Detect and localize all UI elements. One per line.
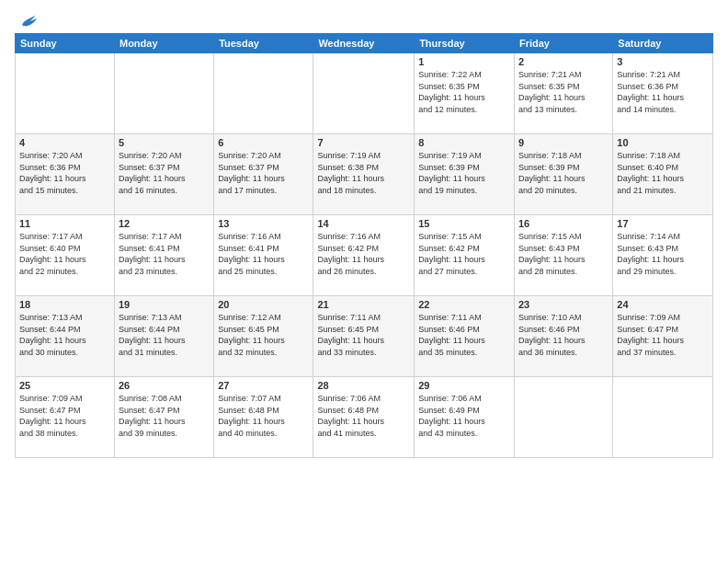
- day-info: Sunrise: 7:11 AM Sunset: 6:45 PM Dayligh…: [317, 312, 410, 358]
- day-info: Sunrise: 7:09 AM Sunset: 6:47 PM Dayligh…: [617, 312, 709, 358]
- day-info: Sunrise: 7:10 AM Sunset: 6:46 PM Dayligh…: [518, 312, 609, 358]
- calendar-cell: 17Sunrise: 7:14 AM Sunset: 6:43 PM Dayli…: [613, 215, 713, 296]
- day-number: 2: [518, 56, 609, 67]
- day-info: Sunrise: 7:06 AM Sunset: 6:48 PM Dayligh…: [317, 393, 410, 439]
- weekday-header-thursday: Thursday: [415, 34, 515, 53]
- day-number: 15: [418, 218, 510, 229]
- day-number: 18: [19, 299, 110, 310]
- calendar-cell: 28Sunrise: 7:06 AM Sunset: 6:48 PM Dayli…: [313, 377, 415, 458]
- day-info: Sunrise: 7:21 AM Sunset: 6:36 PM Dayligh…: [617, 69, 709, 115]
- calendar-week-4: 18Sunrise: 7:13 AM Sunset: 6:44 PM Dayli…: [16, 296, 713, 377]
- calendar-week-1: 1Sunrise: 7:22 AM Sunset: 6:35 PM Daylig…: [16, 53, 713, 134]
- day-number: 14: [317, 218, 410, 229]
- calendar-cell: 25Sunrise: 7:09 AM Sunset: 6:47 PM Dayli…: [16, 377, 115, 458]
- day-number: 24: [617, 299, 709, 310]
- calendar-cell: 6Sunrise: 7:20 AM Sunset: 6:37 PM Daylig…: [214, 134, 313, 215]
- day-info: Sunrise: 7:15 AM Sunset: 6:42 PM Dayligh…: [418, 231, 510, 277]
- day-number: 17: [617, 218, 709, 229]
- calendar-cell: [16, 53, 115, 134]
- calendar-cell: 8Sunrise: 7:19 AM Sunset: 6:39 PM Daylig…: [415, 134, 515, 215]
- day-info: Sunrise: 7:22 AM Sunset: 6:35 PM Dayligh…: [418, 69, 510, 115]
- calendar-cell: 12Sunrise: 7:17 AM Sunset: 6:41 PM Dayli…: [114, 215, 213, 296]
- day-info: Sunrise: 7:21 AM Sunset: 6:35 PM Dayligh…: [518, 69, 609, 115]
- calendar-cell: 22Sunrise: 7:11 AM Sunset: 6:46 PM Dayli…: [415, 296, 515, 377]
- day-info: Sunrise: 7:17 AM Sunset: 6:40 PM Dayligh…: [19, 231, 110, 277]
- calendar-cell: 23Sunrise: 7:10 AM Sunset: 6:46 PM Dayli…: [514, 296, 612, 377]
- logo-bird-icon: [17, 11, 37, 31]
- calendar-cell: 27Sunrise: 7:07 AM Sunset: 6:48 PM Dayli…: [214, 377, 313, 458]
- calendar-cell: [114, 53, 213, 134]
- calendar-cell: [613, 377, 713, 458]
- calendar-table: SundayMondayTuesdayWednesdayThursdayFrid…: [15, 33, 713, 458]
- calendar-cell: 1Sunrise: 7:22 AM Sunset: 6:35 PM Daylig…: [415, 53, 515, 134]
- day-info: Sunrise: 7:16 AM Sunset: 6:41 PM Dayligh…: [218, 231, 309, 277]
- day-number: 27: [218, 380, 309, 391]
- calendar-cell: 16Sunrise: 7:15 AM Sunset: 6:43 PM Dayli…: [514, 215, 612, 296]
- day-number: 21: [317, 299, 410, 310]
- day-number: 11: [19, 218, 110, 229]
- calendar-cell: 19Sunrise: 7:13 AM Sunset: 6:44 PM Dayli…: [114, 296, 213, 377]
- weekday-header-tuesday: Tuesday: [214, 34, 313, 53]
- calendar-cell: 14Sunrise: 7:16 AM Sunset: 6:42 PM Dayli…: [313, 215, 415, 296]
- day-info: Sunrise: 7:18 AM Sunset: 6:40 PM Dayligh…: [617, 150, 709, 196]
- calendar-cell: 15Sunrise: 7:15 AM Sunset: 6:42 PM Dayli…: [415, 215, 515, 296]
- calendar-cell: 9Sunrise: 7:18 AM Sunset: 6:39 PM Daylig…: [514, 134, 612, 215]
- day-info: Sunrise: 7:13 AM Sunset: 6:44 PM Dayligh…: [119, 312, 210, 358]
- calendar-cell: 11Sunrise: 7:17 AM Sunset: 6:40 PM Dayli…: [16, 215, 115, 296]
- calendar-cell: 10Sunrise: 7:18 AM Sunset: 6:40 PM Dayli…: [613, 134, 713, 215]
- calendar-cell: 13Sunrise: 7:16 AM Sunset: 6:41 PM Dayli…: [214, 215, 313, 296]
- calendar-cell: 2Sunrise: 7:21 AM Sunset: 6:35 PM Daylig…: [514, 53, 612, 134]
- page: SundayMondayTuesdayWednesdayThursdayFrid…: [0, 0, 728, 563]
- day-info: Sunrise: 7:11 AM Sunset: 6:46 PM Dayligh…: [418, 312, 510, 358]
- day-info: Sunrise: 7:06 AM Sunset: 6:49 PM Dayligh…: [418, 393, 510, 439]
- day-number: 13: [218, 218, 309, 229]
- day-number: 6: [218, 137, 309, 148]
- day-number: 7: [317, 137, 410, 148]
- day-number: 22: [418, 299, 510, 310]
- day-number: 8: [418, 137, 510, 148]
- day-info: Sunrise: 7:20 AM Sunset: 6:36 PM Dayligh…: [19, 150, 110, 196]
- day-info: Sunrise: 7:12 AM Sunset: 6:45 PM Dayligh…: [218, 312, 309, 358]
- day-info: Sunrise: 7:18 AM Sunset: 6:39 PM Dayligh…: [518, 150, 609, 196]
- day-number: 12: [119, 218, 210, 229]
- day-info: Sunrise: 7:19 AM Sunset: 6:38 PM Dayligh…: [317, 150, 410, 196]
- calendar-cell: 18Sunrise: 7:13 AM Sunset: 6:44 PM Dayli…: [16, 296, 115, 377]
- day-info: Sunrise: 7:09 AM Sunset: 6:47 PM Dayligh…: [19, 393, 110, 439]
- calendar-week-5: 25Sunrise: 7:09 AM Sunset: 6:47 PM Dayli…: [16, 377, 713, 458]
- day-number: 9: [518, 137, 609, 148]
- logo: [15, 11, 37, 28]
- weekday-header-friday: Friday: [514, 34, 612, 53]
- calendar-cell: 26Sunrise: 7:08 AM Sunset: 6:47 PM Dayli…: [114, 377, 213, 458]
- calendar-cell: [214, 53, 313, 134]
- day-number: 25: [19, 380, 110, 391]
- calendar-week-3: 11Sunrise: 7:17 AM Sunset: 6:40 PM Dayli…: [16, 215, 713, 296]
- day-info: Sunrise: 7:16 AM Sunset: 6:42 PM Dayligh…: [317, 231, 410, 277]
- day-info: Sunrise: 7:19 AM Sunset: 6:39 PM Dayligh…: [418, 150, 510, 196]
- day-number: 10: [617, 137, 709, 148]
- day-number: 28: [317, 380, 410, 391]
- day-number: 26: [119, 380, 210, 391]
- weekday-header-monday: Monday: [114, 34, 213, 53]
- weekday-header-saturday: Saturday: [613, 34, 713, 53]
- calendar-cell: 4Sunrise: 7:20 AM Sunset: 6:36 PM Daylig…: [16, 134, 115, 215]
- weekday-header-wednesday: Wednesday: [313, 34, 415, 53]
- calendar-cell: 20Sunrise: 7:12 AM Sunset: 6:45 PM Dayli…: [214, 296, 313, 377]
- day-info: Sunrise: 7:15 AM Sunset: 6:43 PM Dayligh…: [518, 231, 609, 277]
- day-number: 29: [418, 380, 510, 391]
- weekday-header-row: SundayMondayTuesdayWednesdayThursdayFrid…: [16, 34, 713, 53]
- weekday-header-sunday: Sunday: [16, 34, 115, 53]
- calendar-cell: [313, 53, 415, 134]
- day-number: 16: [518, 218, 609, 229]
- day-info: Sunrise: 7:14 AM Sunset: 6:43 PM Dayligh…: [617, 231, 709, 277]
- header: [15, 11, 713, 28]
- day-info: Sunrise: 7:07 AM Sunset: 6:48 PM Dayligh…: [218, 393, 309, 439]
- calendar-cell: 5Sunrise: 7:20 AM Sunset: 6:37 PM Daylig…: [114, 134, 213, 215]
- calendar-cell: 7Sunrise: 7:19 AM Sunset: 6:38 PM Daylig…: [313, 134, 415, 215]
- day-number: 20: [218, 299, 309, 310]
- day-number: 4: [19, 137, 110, 148]
- calendar-cell: [514, 377, 612, 458]
- calendar-cell: 29Sunrise: 7:06 AM Sunset: 6:49 PM Dayli…: [415, 377, 515, 458]
- calendar-week-2: 4Sunrise: 7:20 AM Sunset: 6:36 PM Daylig…: [16, 134, 713, 215]
- day-number: 3: [617, 56, 709, 67]
- day-info: Sunrise: 7:08 AM Sunset: 6:47 PM Dayligh…: [119, 393, 210, 439]
